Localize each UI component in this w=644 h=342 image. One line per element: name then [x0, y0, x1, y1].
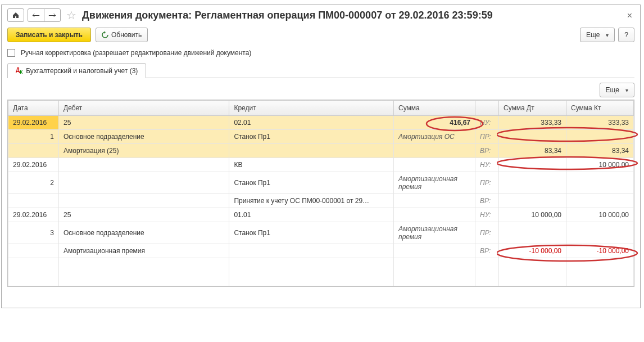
more-button[interactable]: Еще [580, 28, 615, 42]
cell-pr-kt[interactable] [566, 172, 634, 194]
refresh-icon [102, 32, 108, 38]
cell-debit-sub1[interactable]: Основное подразделение [59, 222, 229, 244]
cell-nu-dt[interactable]: 333,33 [499, 116, 566, 130]
cell-type-vr: ВР: [475, 194, 499, 208]
cell-date[interactable]: 29.02.2016 [8, 208, 59, 222]
cell-type-nu: НУ: [475, 208, 499, 222]
entries-table: Дата Дебет Кредит Сумма Сумма Дт Сумма К… [8, 100, 634, 286]
entries-table-wrap: Дата Дебет Кредит Сумма Сумма Дт Сумма К… [7, 100, 634, 287]
save-and-close-button[interactable]: Записать и закрыть [7, 28, 91, 42]
cell-vr-dt[interactable] [499, 194, 566, 208]
cell-debit-acc[interactable]: 25 [59, 208, 229, 222]
cell-credit-acc[interactable]: 01.01 [229, 208, 394, 222]
tabs: ДК Бухгалтерский и налоговый учет (3) [7, 62, 634, 78]
cell-vr-kt[interactable]: 83,34 [566, 144, 634, 158]
th-sum[interactable]: Сумма [394, 101, 475, 116]
toolbar: Записать и закрыть Обновить Еще ? [7, 28, 634, 42]
cell-desc[interactable]: Амортизация ОС [394, 130, 475, 144]
cell-vr-kt[interactable]: -10 000,00 [566, 244, 634, 258]
cell-sum[interactable]: 416,67 [394, 116, 475, 130]
cell-type-vr: ВР: [475, 144, 499, 158]
th-sum-kt[interactable]: Сумма Кт [566, 101, 634, 116]
cell-credit-acc[interactable]: КВ [229, 158, 394, 172]
nav-group: 🡐 🡒 [28, 8, 61, 22]
favorite-icon[interactable]: ☆ [66, 8, 76, 22]
titlebar: 🡐 🡒 ☆ Движения документа: Регламентная о… [7, 8, 634, 22]
cell-nu-kt[interactable]: 10 000,00 [566, 158, 634, 172]
cell-desc[interactable]: Амортизационная премия [394, 222, 475, 244]
cell-debit-acc[interactable]: 25 [59, 116, 229, 130]
cell-nu-dt[interactable] [499, 158, 566, 172]
cell-type-pr: ПР: [475, 172, 499, 194]
cell-vr-dt[interactable]: -10 000,00 [499, 244, 566, 258]
cell-debit-sub2[interactable] [59, 194, 229, 208]
cell-idx[interactable]: 2 [8, 172, 59, 194]
cell-sum[interactable] [394, 158, 475, 172]
cell-credit-sub2[interactable]: Принятие к учету ОС ПМ00-000001 от 29… [229, 194, 394, 208]
cell-type-nu: НУ: [475, 116, 499, 130]
cell-idx[interactable]: 3 [8, 222, 59, 244]
cell-sum[interactable] [394, 208, 475, 222]
home-button[interactable] [7, 8, 24, 22]
th-debit[interactable]: Дебет [59, 101, 229, 116]
cell-debit-acc[interactable] [59, 158, 229, 172]
page-title: Движения документа: Регламентная операци… [82, 10, 493, 21]
cell-debit-sub1[interactable] [59, 172, 229, 194]
tab-accounting[interactable]: ДК Бухгалтерский и налоговый учет (3) [7, 63, 146, 78]
cell-date[interactable]: 29.02.2016 [8, 158, 59, 172]
cell-nu-kt[interactable]: 10 000,00 [566, 208, 634, 222]
cell-type-vr: ВР: [475, 244, 499, 258]
forward-button[interactable]: 🡒 [44, 8, 61, 22]
cell-nu-dt[interactable]: 10 000,00 [499, 208, 566, 222]
cell-pr-dt[interactable] [499, 130, 566, 144]
th-sum-dt[interactable]: Сумма Дт [499, 101, 566, 116]
dt-kt-icon: ДК [16, 67, 22, 75]
home-icon [12, 11, 20, 19]
cell-pr-dt[interactable] [499, 222, 566, 244]
cell-pr-kt[interactable] [566, 222, 634, 244]
cell-type-pr: ПР: [475, 222, 499, 244]
close-icon[interactable]: × [627, 11, 632, 21]
cell-credit-sub1[interactable]: Станок Пр1 [229, 172, 394, 194]
cell-date[interactable]: 29.02.2016 [8, 116, 59, 130]
cell-desc[interactable]: Амортизационная премия [394, 172, 475, 194]
sub-toolbar: Еще [7, 83, 634, 97]
document-window: × 🡐 🡒 ☆ Движения документа: Регламентная… [1, 4, 641, 308]
back-button[interactable]: 🡐 [28, 8, 44, 22]
cell-type-nu: НУ: [475, 158, 499, 172]
cell-debit-sub2[interactable]: Амортизационная премия [59, 244, 229, 258]
th-date[interactable]: Дата [8, 101, 59, 116]
cell-pr-dt[interactable] [499, 172, 566, 194]
th-type[interactable] [475, 101, 499, 116]
cell-debit-sub2[interactable]: Амортизация (25) [59, 144, 229, 158]
cell-type-pr: ПР: [475, 130, 499, 144]
cell-credit-acc[interactable]: 02.01 [229, 116, 394, 130]
cell-credit-sub2[interactable] [229, 144, 394, 158]
th-credit[interactable]: Кредит [229, 101, 394, 116]
manual-edit-label: Ручная корректировка (разрешает редактир… [21, 49, 251, 57]
cell-credit-sub2[interactable] [229, 244, 394, 258]
help-button[interactable]: ? [618, 28, 634, 42]
sub-more-button[interactable]: Еще [600, 83, 634, 97]
cell-credit-sub1[interactable]: Станок Пр1 [229, 222, 394, 244]
refresh-button[interactable]: Обновить [96, 28, 148, 42]
cell-idx[interactable]: 1 [8, 130, 59, 144]
cell-pr-kt[interactable] [566, 130, 634, 144]
cell-credit-sub1[interactable]: Станок Пр1 [229, 130, 394, 144]
cell-vr-dt[interactable]: 83,34 [499, 144, 566, 158]
manual-edit-row: Ручная корректировка (разрешает редактир… [7, 49, 634, 57]
manual-edit-checkbox[interactable] [7, 49, 15, 57]
cell-nu-kt[interactable]: 333,33 [566, 116, 634, 130]
cell-debit-sub1[interactable]: Основное подразделение [59, 130, 229, 144]
cell-vr-kt[interactable] [566, 194, 634, 208]
